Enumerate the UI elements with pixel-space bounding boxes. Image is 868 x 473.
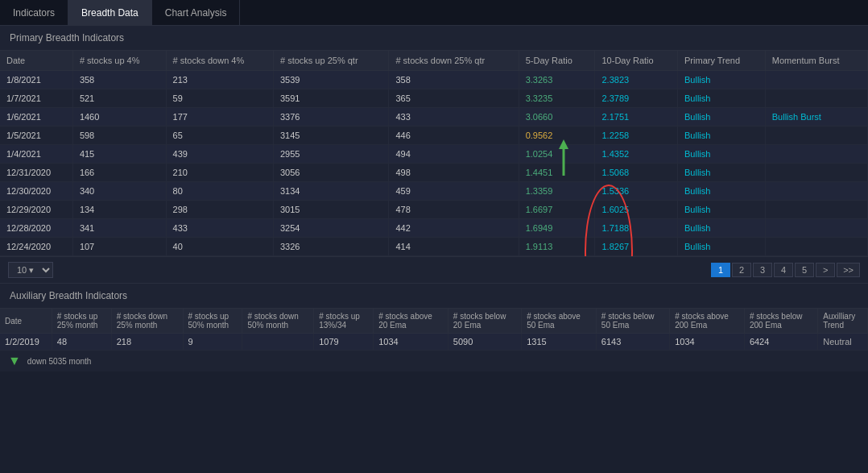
cell-up4: 340 (72, 182, 166, 201)
cell-up4: 521 (72, 89, 166, 108)
down-label: down 5035 month (27, 357, 92, 366)
cell-trend: Bullish (678, 182, 766, 201)
down-label-area: ▼ down 5035 month (0, 351, 868, 371)
cell-burst (765, 89, 867, 108)
cell-ratio10: 2.3823 (595, 71, 678, 89)
aux-cell-up13: 1079 (314, 334, 374, 351)
primary-section-title: Primary Breadth Indicators (0, 26, 868, 51)
col-dn4: # stocks down 4% (166, 51, 273, 71)
cell-date: 12/28/2020 (0, 219, 72, 238)
col-ratio10: 10-Day Ratio (595, 51, 678, 71)
table-row: 12/24/2020 107 40 3326 414 1.9113 1.8267… (0, 238, 868, 256)
cell-date: 1/7/2021 (0, 89, 72, 108)
cell-date: 12/29/2020 (0, 201, 72, 219)
cell-dn25q: 494 (389, 145, 519, 164)
cell-up25q: 3326 (273, 238, 388, 256)
aux-col-up13: # stocks up13%/34 (314, 309, 374, 334)
cell-dn25q: 478 (389, 201, 519, 219)
cell-up25q: 3056 (273, 164, 388, 182)
cell-ratio5: 1.0254 (519, 145, 595, 164)
aux-col-dn25m: # stocks down25% month (111, 309, 183, 334)
table-row: 1/6/2021 1460 177 3376 433 3.0660 2.1751… (0, 108, 868, 127)
cell-trend: Bullish (678, 127, 766, 145)
cell-up4: 107 (72, 238, 166, 256)
page-btn-next[interactable]: > (816, 263, 835, 277)
page-size-select[interactable]: 10 ▾ 25 50 (8, 262, 53, 278)
aux-cell-trend: Neutral (818, 334, 868, 351)
cell-ratio10: 1.2258 (595, 127, 678, 145)
aux-col-below200: # stocks below200 Ema (744, 309, 817, 334)
aux-cell-above20: 1034 (374, 334, 448, 351)
cell-trend: Bullish (678, 108, 766, 127)
cell-trend: Bullish (678, 164, 766, 182)
cell-dn25q: 414 (389, 238, 519, 256)
cell-dn25q: 442 (389, 219, 519, 238)
aux-cell-dn50m (242, 334, 314, 351)
auxiliary-table-header: Date # stocks up25% month # stocks down2… (0, 309, 868, 334)
table-row: 1/8/2021 358 213 3539 358 3.3263 2.3823 … (0, 71, 868, 89)
aux-cell-below200: 6424 (744, 334, 817, 351)
aux-cell-below50: 6143 (596, 334, 669, 351)
aux-cell-up25m: 48 (52, 334, 111, 351)
primary-table: Date # stocks up 4% # stocks down 4% # s… (0, 51, 868, 256)
cell-dn4: 210 (166, 164, 273, 182)
col-ratio5: 5-Day Ratio (519, 51, 595, 71)
aux-cell-above50: 1315 (522, 334, 597, 351)
page-btn-last[interactable]: >> (837, 263, 860, 277)
table-row: 1/4/2021 415 439 2955 494 1.0254 1.4352 … (0, 145, 868, 164)
page-btn-2[interactable]: 2 (732, 263, 751, 277)
tab-breadth-data[interactable]: Breadth Data (68, 0, 152, 25)
aux-cell-up50m: 9 (183, 334, 242, 351)
aux-col-above50: # stocks above50 Ema (522, 309, 597, 334)
cell-trend: Bullish (678, 71, 766, 89)
pagination-bar: 10 ▾ 25 50 1 2 3 4 5 > >> (0, 256, 868, 283)
cell-up4: 134 (72, 201, 166, 219)
page-btn-1[interactable]: 1 (711, 263, 730, 277)
tab-indicators[interactable]: Indicators (0, 0, 68, 25)
top-navigation: Indicators Breadth Data Chart Analysis (0, 0, 868, 26)
cell-ratio5: 1.9113 (519, 238, 595, 256)
page-btn-3[interactable]: 3 (753, 263, 772, 277)
cell-trend: Bullish (678, 238, 766, 256)
cell-up4: 598 (72, 127, 166, 145)
cell-ratio10: 2.3789 (595, 89, 678, 108)
cell-dn25q: 446 (389, 127, 519, 145)
cell-up25q: 3134 (273, 182, 388, 201)
aux-col-trend: AuxilliaryTrend (818, 309, 868, 334)
cell-dn4: 65 (166, 127, 273, 145)
aux-col-date: Date (0, 309, 52, 334)
cell-ratio5: 3.3263 (519, 71, 595, 89)
cell-up4: 166 (72, 164, 166, 182)
page-btn-5[interactable]: 5 (795, 263, 814, 277)
cell-dn25q: 365 (389, 89, 519, 108)
cell-trend: Bullish (678, 219, 766, 238)
auxiliary-table: Date # stocks up25% month # stocks down2… (0, 309, 868, 351)
cell-date: 12/31/2020 (0, 164, 72, 182)
cell-up25q: 3254 (273, 219, 388, 238)
cell-ratio10: 1.6025 (595, 201, 678, 219)
cell-ratio5: 0.9562 (519, 127, 595, 145)
cell-dn4: 298 (166, 201, 273, 219)
cell-up25q: 3015 (273, 201, 388, 219)
col-date: Date (0, 51, 72, 71)
cell-dn25q: 358 (389, 71, 519, 89)
cell-ratio5: 1.3359 (519, 182, 595, 201)
auxiliary-section-title: Auxiliary Breadth Indicators (0, 284, 868, 309)
aux-cell-date: 1/2/2019 (0, 334, 52, 351)
cell-up25q: 3591 (273, 89, 388, 108)
cell-ratio10: 1.5068 (595, 164, 678, 182)
cell-dn4: 80 (166, 182, 273, 201)
tab-chart-analysis[interactable]: Chart Analysis (152, 0, 241, 25)
primary-table-header: Date # stocks up 4% # stocks down 4% # s… (0, 51, 868, 71)
aux-col-up50m: # stocks up50% month (183, 309, 242, 334)
aux-col-below20: # stocks below20 Ema (448, 309, 521, 334)
cell-ratio5: 1.6697 (519, 201, 595, 219)
primary-table-wrapper: Date # stocks up 4% # stocks down 4% # s… (0, 51, 868, 256)
cell-burst (765, 238, 867, 256)
page-btn-4[interactable]: 4 (774, 263, 793, 277)
cell-up4: 358 (72, 71, 166, 89)
aux-col-up25m: # stocks up25% month (52, 309, 111, 334)
cell-dn25q: 459 (389, 182, 519, 201)
cell-date: 1/4/2021 (0, 145, 72, 164)
aux-col-above20: # stocks above20 Ema (374, 309, 448, 334)
